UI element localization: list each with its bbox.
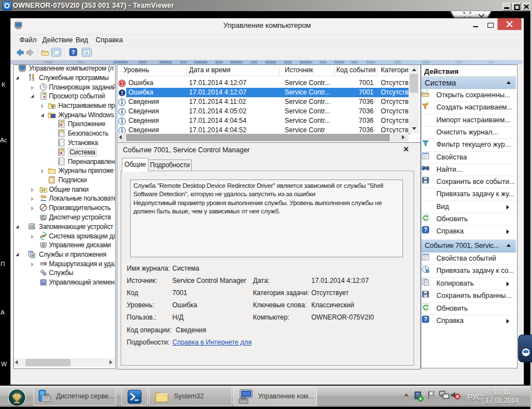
- svg-text:?: ?: [424, 316, 427, 322]
- svg-text:?: ?: [424, 226, 427, 233]
- svg-text:?: ?: [71, 49, 75, 56]
